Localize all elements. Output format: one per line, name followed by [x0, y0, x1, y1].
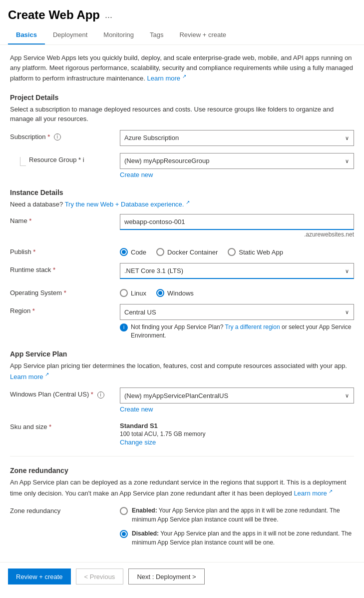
resource-group-row: Resource Group * i (New) myAppResourceGr… — [10, 153, 354, 178]
os-windows-radio[interactable] — [156, 289, 164, 297]
zone-enabled-radio[interactable] — [120, 507, 128, 515]
page-header: Create Web App ... — [0, 0, 364, 26]
tab-deployment[interactable]: Deployment — [45, 26, 95, 44]
resource-group-create-new[interactable]: Create new — [120, 171, 354, 178]
runtime-stack-control: .NET Core 3.1 (LTS) — [120, 263, 354, 279]
database-link-text: Need a database? Try the new Web + Datab… — [10, 200, 354, 208]
subscription-info-icon[interactable]: i — [54, 134, 61, 140]
sku-name: Standard S1 — [120, 422, 354, 430]
subscription-required: * — [47, 133, 50, 140]
windows-plan-row: Windows Plan (Central US) * i (New) myAp… — [10, 388, 354, 413]
indent-line — [20, 157, 26, 166]
review-create-button[interactable]: Review + create — [8, 568, 71, 584]
publish-radio-group: Code Docker Container Static Web App — [120, 245, 354, 256]
region-control: Central US i Not finding your App Servic… — [120, 304, 354, 340]
name-input[interactable] — [120, 214, 354, 230]
region-row: Region * Central US i Not finding your A… — [10, 304, 354, 340]
app-description: App Service Web Apps lets you quickly bu… — [10, 53, 354, 84]
windows-plan-label: Windows Plan (Central US) * i — [10, 388, 120, 398]
page-title: Create Web App — [8, 8, 100, 22]
resource-group-select-wrapper: (New) myAppResourceGroup — [120, 153, 354, 169]
sku-row: Sku and size * Standard S1 100 total ACU… — [10, 420, 354, 448]
windows-plan-info-icon[interactable]: i — [97, 392, 104, 398]
publish-static-radio[interactable] — [228, 248, 236, 256]
asp-ext-icon: ↗ — [45, 370, 49, 378]
project-details-desc: Select a subscription to manage deployed… — [10, 104, 354, 124]
windows-plan-control: (New) myAppServicePlanCentralUS Create n… — [120, 388, 354, 413]
name-input-wrapper — [120, 214, 354, 230]
runtime-stack-row: Runtime stack * .NET Core 3.1 (LTS) — [10, 263, 354, 279]
zone-ext-icon: ↗ — [329, 488, 333, 495]
app-service-plan-desc: App Service plan pricing tier determines… — [10, 361, 354, 382]
tab-tags[interactable]: Tags — [142, 26, 171, 44]
tab-review-create[interactable]: Review + create — [171, 26, 234, 44]
external-link-icon: ↗ — [182, 72, 186, 80]
ellipsis-menu[interactable]: ... — [105, 10, 112, 20]
publish-option-docker[interactable]: Docker Container — [156, 248, 218, 256]
region-select[interactable]: Central US — [120, 304, 354, 320]
zone-redundancy-control: Enabled: Your App Service plan and the a… — [120, 504, 354, 547]
zone-redundancy-desc: An App Service plan can be deployed as a… — [10, 478, 354, 498]
next-deployment-button[interactable]: Next : Deployment > — [128, 568, 204, 584]
instance-details-title: Instance Details — [10, 188, 354, 196]
previous-button[interactable]: < Previous — [76, 568, 124, 584]
os-row: Operating System * Linux Windows — [10, 286, 354, 297]
name-row: Name * .azurewebsites.net — [10, 214, 354, 238]
os-linux-radio[interactable] — [120, 289, 128, 297]
publish-option-static[interactable]: Static Web App — [228, 248, 283, 256]
zone-redundancy-row: Zone redundancy Enabled: Your App Servic… — [10, 504, 354, 547]
zone-redundancy-options: Enabled: Your App Service plan and the a… — [120, 504, 354, 547]
resource-group-info-icon[interactable]: i — [83, 156, 84, 164]
subscription-control: Azure Subscription — [120, 130, 354, 146]
subscription-row: Subscription * i Azure Subscription — [10, 130, 354, 146]
os-option-linux[interactable]: Linux — [120, 289, 146, 297]
name-control: .azurewebsites.net — [120, 214, 354, 238]
project-details-title: Project Details — [10, 94, 354, 102]
publish-control: Code Docker Container Static Web App — [120, 245, 354, 256]
publish-option-code[interactable]: Code — [120, 248, 146, 256]
zone-enabled-option[interactable]: Enabled: Your App Service plan and the a… — [120, 506, 354, 524]
divider-1 — [10, 456, 354, 456]
zone-redundancy-title: Zone redundancy — [10, 466, 354, 474]
azurewebsites-suffix: .azurewebsites.net — [120, 231, 354, 238]
asp-learn-more-link[interactable]: Learn more ↗ — [10, 373, 49, 380]
sku-control: Standard S1 100 total ACU, 1.75 GB memor… — [120, 420, 354, 448]
sku-label: Sku and size * — [10, 420, 120, 430]
os-radio-group: Linux Windows — [120, 286, 354, 297]
zone-disabled-radio[interactable] — [120, 530, 128, 538]
region-info-icon: i — [120, 324, 128, 332]
os-label: Operating System * — [10, 286, 120, 296]
app-service-plan-title: App Service Plan — [10, 350, 354, 358]
region-different-link[interactable]: Try a different region — [225, 324, 280, 330]
runtime-stack-select[interactable]: .NET Core 3.1 (LTS) — [120, 263, 354, 279]
sku-change-size-link[interactable]: Change size — [120, 438, 156, 446]
resource-group-select[interactable]: (New) myAppResourceGroup — [120, 153, 354, 169]
sku-details: 100 total ACU, 1.75 GB memory — [120, 430, 354, 438]
zone-disabled-option[interactable]: Disabled: Your App Service plan and the … — [120, 529, 354, 547]
db-ext-icon: ↗ — [186, 200, 190, 205]
region-select-wrapper: Central US — [120, 304, 354, 320]
subscription-select[interactable]: Azure Subscription — [120, 130, 354, 146]
windows-plan-create-new[interactable]: Create new — [120, 406, 354, 413]
resource-group-label: Resource Group * i — [29, 156, 84, 164]
database-experience-link[interactable]: Try the new Web + Database experience. ↗ — [65, 200, 190, 208]
os-option-windows[interactable]: Windows — [156, 289, 194, 297]
os-control: Linux Windows — [120, 286, 354, 297]
tab-bar: Basics Deployment Monitoring Tags Review… — [0, 26, 364, 45]
sku-box: Standard S1 100 total ACU, 1.75 GB memor… — [120, 420, 354, 448]
zone-redundancy-label: Zone redundancy — [10, 504, 120, 514]
tab-monitoring[interactable]: Monitoring — [95, 26, 142, 44]
windows-plan-select[interactable]: (New) myAppServicePlanCentralUS — [120, 388, 354, 404]
resource-group-label-container: Resource Group * i — [10, 153, 120, 166]
learn-more-link[interactable]: Learn more ↗ — [147, 74, 186, 82]
publish-label: Publish * — [10, 245, 120, 256]
zone-enabled-text: Enabled: Your App Service plan and the a… — [132, 506, 354, 524]
zone-learn-more-link[interactable]: Learn more ↗ — [294, 490, 333, 497]
tab-basics[interactable]: Basics — [8, 26, 45, 44]
resource-group-control: (New) myAppResourceGroup Create new — [120, 153, 354, 178]
publish-code-radio[interactable] — [120, 248, 128, 256]
zone-disabled-text: Disabled: Your App Service plan and the … — [132, 529, 354, 547]
publish-docker-radio[interactable] — [156, 248, 164, 256]
runtime-stack-select-wrapper: .NET Core 3.1 (LTS) — [120, 263, 354, 279]
subscription-label: Subscription * i — [10, 130, 120, 141]
